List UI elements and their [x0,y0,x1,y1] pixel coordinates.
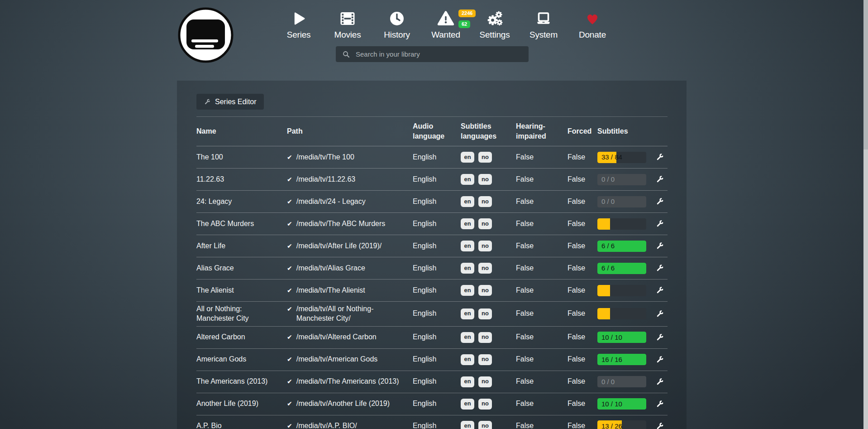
check-icon: ✔ [287,153,292,161]
series-path: ✔/media/tv/Another Life (2019) [287,396,413,411]
edit-series-button[interactable] [653,398,666,410]
nav-donate[interactable]: Donate [570,8,615,40]
audio-language: English [413,330,461,345]
clock-icon [374,8,420,29]
language-badge: en [461,308,474,319]
edit-series-button[interactable] [653,195,666,208]
edit-series-button[interactable] [653,262,666,275]
check-icon: ✔ [287,304,292,313]
hearing-impaired-value: False [516,217,568,231]
subtitle-languages: enno [461,306,516,322]
actions-cell [653,305,668,323]
actions-cell [653,215,668,233]
wrench-icon [655,264,664,273]
series-name: A.P. Bio [196,419,287,429]
language-badge: no [478,196,492,207]
bazarr-logo[interactable] [177,6,234,64]
series-name: The Americans (2013) [196,374,287,389]
edit-series-button[interactable] [653,420,666,429]
language-badge: en [461,376,474,387]
nav-wanted[interactable]: Wanted 2246 62 [423,8,468,40]
nav-system[interactable]: System [521,8,566,40]
check-icon: ✔ [287,333,292,341]
subtitles-progress-bar [597,285,646,296]
forced-value: False [568,374,597,389]
nav-series[interactable]: Series [276,8,321,40]
subtitle-languages: enno [461,193,516,210]
edit-series-button[interactable] [653,173,666,186]
subtitles-progress-bar: 0 / 0 [597,174,646,185]
series-name: The 100 [196,150,287,165]
edit-series-button[interactable] [653,308,666,320]
subtitles-cell: 0 / 0 [597,171,653,188]
hearing-impaired-value: False [516,396,568,411]
edit-series-button[interactable] [653,353,666,366]
language-badge: no [478,218,492,229]
nav-history-label: History [374,30,420,40]
subtitle-languages: enno [461,374,516,390]
series-name: The Alienist [196,283,287,298]
subtitles-progress-bar: 16 / 16 [597,354,646,365]
edit-series-button[interactable] [653,284,666,297]
series-name: Another Life (2019) [196,396,287,411]
wrench-icon [655,241,664,251]
nav-donate-label: Donate [570,30,615,40]
check-icon: ✔ [287,175,292,183]
scrollbar-thumb[interactable] [863,0,868,149]
library-search [336,46,529,62]
edit-series-button[interactable] [653,240,666,252]
series-table: Name Path Audio language Subtitles langu… [196,116,668,429]
hearing-impaired-value: False [516,150,568,165]
edit-series-button[interactable] [653,376,666,388]
language-badge: no [478,376,492,387]
series-path: ✔/media/tv/The Americans (2013) [287,374,413,389]
forced-value: False [568,352,597,367]
series-path: ✔/media/tv/All or Nothing- Manchester Ci… [287,302,413,326]
path-text: /media/tv/The ABC Murders [296,219,386,229]
film-icon [325,8,370,29]
header-name: Name [196,126,287,136]
series-path: ✔/media/tv/Alias Grace [287,261,413,276]
series-path: ✔/media/tv/11.22.63 [287,172,413,187]
wrench-icon [655,286,664,295]
subtitles-progress-bar: 33 / 84 [597,152,646,163]
subtitle-languages: enno [461,149,516,165]
path-text: /media/tv/Another Life (2019) [296,399,390,409]
subtitles-cell [597,216,653,232]
table-body: The 100✔/media/tv/The 100EnglishennoFals… [196,146,668,429]
check-icon: ✔ [287,264,292,272]
language-badge: en [461,399,474,410]
subtitles-progress-bar: 0 / 0 [597,376,646,387]
series-editor-button[interactable]: Series Editor [196,94,264,110]
path-text: /media/tv/The Alienist [296,286,365,295]
hearing-impaired-value: False [516,419,568,429]
wrench-icon [655,333,664,342]
language-badge: no [478,174,492,185]
subtitle-languages: enno [461,260,516,276]
hearing-impaired-value: False [516,283,568,298]
language-badge: en [461,174,474,185]
edit-series-button[interactable] [653,151,666,164]
audio-language: English [413,150,461,165]
hearing-impaired-value: False [516,306,568,321]
nav-movies[interactable]: Movies [325,8,370,40]
progress-label: 0 / 0 [601,175,615,184]
subtitles-cell: 13 / 26 [597,418,653,429]
actions-cell [653,373,668,391]
edit-series-button[interactable] [653,217,666,230]
header-path: Path [287,126,413,136]
check-icon: ✔ [287,377,292,386]
audio-language: English [413,194,461,209]
table-row: The Alienist✔/media/tv/The AlienistEngli… [196,280,668,302]
forced-value: False [568,419,597,429]
table-header: Name Path Audio language Subtitles langu… [196,116,668,146]
nav-settings[interactable]: Settings [472,8,517,40]
actions-cell [653,148,668,166]
nav-history[interactable]: History [374,8,420,40]
wrench-icon [655,197,664,206]
language-badge: en [461,196,474,207]
search-input[interactable] [355,50,529,58]
page-scrollbar[interactable] [863,0,868,429]
subtitle-languages: enno [461,282,516,299]
edit-series-button[interactable] [653,331,666,344]
